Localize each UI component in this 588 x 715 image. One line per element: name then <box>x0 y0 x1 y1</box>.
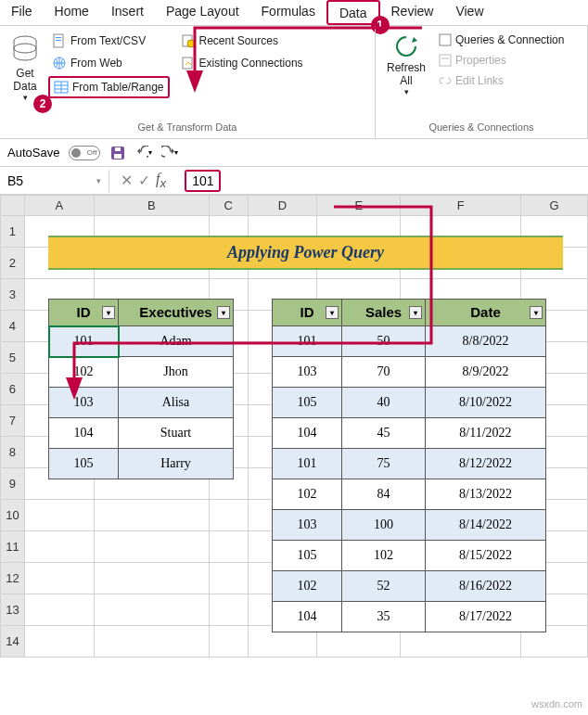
table-cell[interactable]: 102 <box>49 357 119 388</box>
tab-page-layout[interactable]: Page Layout <box>155 0 250 25</box>
table-cell[interactable]: 105 <box>273 388 342 418</box>
row-header-2[interactable]: 2 <box>1 248 25 279</box>
queries-connections-button[interactable]: Queries & Connection <box>435 32 568 48</box>
from-web-button[interactable]: From Web <box>48 54 170 72</box>
cell[interactable] <box>209 500 248 531</box>
recent-sources-button[interactable]: Recent Sources <box>177 32 307 50</box>
table-cell[interactable]: Stuart <box>119 418 234 449</box>
table-cell[interactable]: 100 <box>342 510 426 541</box>
cell[interactable] <box>209 563 248 594</box>
filter-icon[interactable]: ▾ <box>409 306 422 319</box>
edit-links-button[interactable]: Edit Links <box>435 72 568 89</box>
table-cell[interactable]: 45 <box>342 418 426 449</box>
cell[interactable] <box>24 531 94 563</box>
row-header-5[interactable]: 5 <box>1 342 25 374</box>
cell[interactable] <box>94 563 209 594</box>
table-cell[interactable]: 102 <box>273 571 342 602</box>
cell[interactable] <box>94 594 209 626</box>
cell[interactable] <box>94 531 209 563</box>
table-cell[interactable]: 103 <box>273 357 342 388</box>
worksheet[interactable]: A B C D E F G 1234567891011121314 Applyi… <box>0 195 588 658</box>
table2-header-date[interactable]: Date▾ <box>426 300 546 326</box>
tab-file[interactable]: File <box>0 0 44 25</box>
table-cell[interactable]: 8/10/2022 <box>426 388 546 418</box>
table-cell[interactable]: 40 <box>342 388 426 418</box>
col-header-A[interactable]: A <box>24 196 94 216</box>
cancel-icon[interactable]: ✕ <box>121 172 133 189</box>
table-cell[interactable]: 103 <box>273 510 342 541</box>
table2-header-id[interactable]: ID▾ <box>273 300 342 326</box>
table-cell[interactable]: 8/13/2022 <box>426 479 546 510</box>
table-cell[interactable]: 75 <box>342 449 426 479</box>
table-cell[interactable]: 104 <box>49 418 119 449</box>
tab-formulas[interactable]: Formulas <box>250 0 326 25</box>
table-cell[interactable]: 101 <box>273 326 342 357</box>
table-cell[interactable]: 101 <box>273 449 342 479</box>
tab-review[interactable]: Review <box>380 0 445 25</box>
row-header-11[interactable]: 11 <box>1 531 25 563</box>
cell[interactable] <box>24 563 94 594</box>
table-cell[interactable]: Adam <box>119 326 234 357</box>
table-sales[interactable]: ID▾ Sales▾ Date▾ 101508/8/2022103708/9/2… <box>272 299 546 632</box>
col-header-D[interactable]: D <box>248 196 317 216</box>
table-cell[interactable]: Alisa <box>119 388 234 418</box>
table2-header-sales[interactable]: Sales▾ <box>342 300 426 326</box>
table-cell[interactable]: Harry <box>119 449 234 479</box>
table-cell[interactable]: 104 <box>273 418 342 449</box>
cell[interactable] <box>94 500 209 531</box>
col-header-E[interactable]: E <box>317 196 401 216</box>
table-cell[interactable]: 8/15/2022 <box>426 541 546 571</box>
cell[interactable] <box>209 594 248 626</box>
table-cell[interactable]: 8/16/2022 <box>426 571 546 602</box>
col-header-G[interactable]: G <box>521 196 588 216</box>
cell[interactable] <box>24 500 94 531</box>
table-cell[interactable]: 8/11/2022 <box>426 418 546 449</box>
row-header-13[interactable]: 13 <box>1 594 25 626</box>
tab-home[interactable]: Home <box>44 0 100 25</box>
row-header-4[interactable]: 4 <box>1 311 25 342</box>
cell[interactable] <box>209 531 248 563</box>
row-header-3[interactable]: 3 <box>1 279 25 311</box>
fx-icon[interactable]: fx <box>156 171 173 190</box>
cell[interactable] <box>24 626 94 658</box>
col-header-F[interactable]: F <box>401 196 521 216</box>
from-table-range-button[interactable]: From Table/Range 2 <box>48 76 170 98</box>
row-header-14[interactable]: 14 <box>1 626 25 658</box>
table1-header-id[interactable]: ID▾ <box>49 300 119 326</box>
row-header-12[interactable]: 12 <box>1 563 25 594</box>
row-header-10[interactable]: 10 <box>1 500 25 531</box>
table-cell[interactable]: 52 <box>342 571 426 602</box>
table-cell[interactable]: 35 <box>342 602 426 632</box>
table-cell[interactable]: 102 <box>342 541 426 571</box>
refresh-all-button[interactable]: Refresh All▾ <box>381 30 431 100</box>
table-executives[interactable]: ID▾ Executives▾ 101Adam102Jhon103Alisa10… <box>48 299 234 479</box>
table-cell[interactable]: 84 <box>342 479 426 510</box>
table-cell[interactable]: Jhon <box>119 357 234 388</box>
column-headers[interactable]: A B C D E F G <box>1 196 588 216</box>
table-cell[interactable]: 8/8/2022 <box>426 326 546 357</box>
row-header-8[interactable]: 8 <box>1 437 25 468</box>
enter-icon[interactable]: ✓ <box>138 172 150 189</box>
table1-header-exec[interactable]: Executives▾ <box>119 300 234 326</box>
select-all-corner[interactable] <box>1 196 25 216</box>
table-cell[interactable]: 8/17/2022 <box>426 602 546 632</box>
table-cell[interactable]: 8/9/2022 <box>426 357 546 388</box>
table-cell[interactable]: 50 <box>342 326 426 357</box>
col-header-B[interactable]: B <box>94 196 209 216</box>
row-header-9[interactable]: 9 <box>1 468 25 500</box>
redo-icon[interactable]: ▾ <box>161 145 178 161</box>
existing-connections-button[interactable]: Existing Connections <box>177 54 307 72</box>
cell[interactable] <box>94 626 209 658</box>
row-header-1[interactable]: 1 <box>1 216 25 248</box>
tab-data[interactable]: Data 1 <box>326 0 380 25</box>
properties-button[interactable]: Properties <box>435 52 568 69</box>
tab-insert[interactable]: Insert <box>100 0 155 25</box>
row-header-6[interactable]: 6 <box>1 374 25 405</box>
formula-input[interactable]: 101 <box>185 170 221 192</box>
col-header-C[interactable]: C <box>209 196 248 216</box>
from-text-csv-button[interactable]: From Text/CSV <box>48 32 170 50</box>
table-cell[interactable]: 101 <box>49 326 119 357</box>
filter-icon[interactable]: ▾ <box>326 306 339 319</box>
undo-icon[interactable]: ▾ <box>135 145 152 161</box>
table-cell[interactable]: 8/12/2022 <box>426 449 546 479</box>
